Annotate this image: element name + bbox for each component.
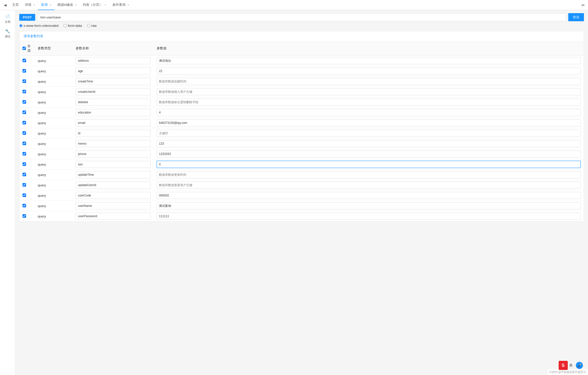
param-name-input-10[interactable] bbox=[76, 161, 151, 168]
sidebar: 📄 文档 🔧 调试 bbox=[0, 10, 15, 375]
bottom-bar-text: CSDN @不知道还该不该学习 bbox=[550, 370, 586, 373]
nav-tab-label-home: 主页 bbox=[12, 3, 19, 7]
table-row: query bbox=[19, 170, 584, 180]
param-value-input-5[interactable] bbox=[157, 109, 581, 116]
nav-tab-close-update-by-id[interactable]: × bbox=[75, 3, 77, 6]
param-value-input-7[interactable] bbox=[157, 130, 581, 137]
row-type-15: query bbox=[35, 211, 73, 222]
param-name-input-1[interactable] bbox=[76, 68, 151, 75]
table-row: query bbox=[19, 118, 584, 128]
param-name-input-6[interactable] bbox=[76, 119, 151, 126]
nav-tab-close-detail[interactable]: × bbox=[33, 3, 35, 6]
table-row: query bbox=[19, 159, 584, 170]
param-name-input-4[interactable] bbox=[76, 99, 151, 106]
param-name-input-5[interactable] bbox=[76, 109, 151, 116]
send-button[interactable]: 发送 bbox=[568, 13, 584, 21]
param-value-input-3[interactable] bbox=[157, 88, 581, 95]
param-value-input-13[interactable] bbox=[157, 192, 581, 199]
row-type-9: query bbox=[35, 149, 73, 159]
row-type-7: query bbox=[35, 128, 73, 139]
nav-tab-update-by-id[interactable]: 根据id修改× bbox=[54, 0, 80, 10]
row-checkbox-14[interactable] bbox=[23, 204, 26, 207]
select-all-checkbox[interactable] bbox=[23, 46, 26, 50]
row-checkbox-13[interactable] bbox=[23, 193, 26, 197]
content-type-group: x-www-form-urlencoded form-data raw bbox=[19, 24, 584, 28]
param-name-input-3[interactable] bbox=[76, 88, 151, 95]
table-row: query bbox=[19, 190, 584, 201]
table-row: query bbox=[19, 107, 584, 118]
row-type-6: query bbox=[35, 118, 73, 128]
param-name-input-2[interactable] bbox=[76, 78, 151, 85]
row-checkbox-7[interactable] bbox=[23, 131, 26, 135]
param-value-input-12[interactable] bbox=[157, 182, 581, 189]
row-checkbox-0[interactable] bbox=[23, 59, 26, 62]
param-name-input-14[interactable] bbox=[76, 202, 151, 209]
nav-tab-home[interactable]: 主页 bbox=[9, 0, 22, 10]
param-name-input-13[interactable] bbox=[76, 192, 151, 199]
nav-tab-detail[interactable]: 详情× bbox=[22, 0, 38, 10]
sougou-text: 英 · bbox=[569, 363, 574, 368]
row-type-3: query bbox=[35, 87, 73, 97]
param-value-input-6[interactable] bbox=[157, 119, 581, 126]
row-checkbox-12[interactable] bbox=[23, 183, 26, 187]
param-value-input-15[interactable] bbox=[157, 213, 581, 220]
request-bar: POST 发送 bbox=[19, 13, 584, 21]
row-checkbox-15[interactable] bbox=[23, 214, 26, 218]
param-name-input-0[interactable] bbox=[76, 57, 151, 64]
param-value-input-10[interactable] bbox=[157, 161, 581, 168]
row-type-0: query bbox=[35, 56, 73, 66]
select-all-label: 全选 bbox=[27, 44, 32, 53]
nav-tab-close-add[interactable]: × bbox=[50, 3, 51, 6]
param-name-input-11[interactable] bbox=[76, 171, 151, 178]
row-checkbox-9[interactable] bbox=[23, 152, 26, 156]
row-checkbox-11[interactable] bbox=[23, 173, 26, 176]
table-row: query bbox=[19, 180, 584, 190]
nav-tab-list-page[interactable]: 列表（分页）× bbox=[80, 0, 109, 10]
main-layout: 📄 文档 🔧 调试 POST 发送 x-www-form-urlencoded … bbox=[0, 10, 588, 375]
param-value-input-14[interactable] bbox=[157, 202, 581, 209]
nav-tab-close-condition-query[interactable]: × bbox=[128, 3, 129, 6]
nav-tab-close-list-page[interactable]: × bbox=[105, 3, 106, 6]
param-value-input-1[interactable] bbox=[157, 68, 581, 75]
param-value-input-11[interactable] bbox=[157, 171, 581, 178]
nav-tab-add[interactable]: 新增× bbox=[38, 0, 54, 10]
nav-expand-icon[interactable]: ≫ bbox=[580, 2, 586, 8]
row-checkbox-3[interactable] bbox=[23, 90, 26, 93]
select-all-container: 全选 bbox=[23, 44, 32, 53]
method-button[interactable]: POST bbox=[19, 14, 35, 21]
nav-back-button[interactable]: ◀ bbox=[2, 2, 8, 8]
content-type-raw[interactable]: raw bbox=[87, 24, 97, 28]
param-name-input-12[interactable] bbox=[76, 182, 151, 189]
row-checkbox-2[interactable] bbox=[23, 79, 26, 83]
nav-tab-label-condition-query: 条件查询 bbox=[112, 3, 126, 7]
row-checkbox-8[interactable] bbox=[23, 142, 26, 145]
sidebar-item-debug[interactable]: 🔧 调试 bbox=[5, 29, 10, 38]
row-checkbox-1[interactable] bbox=[23, 69, 26, 73]
param-value-input-4[interactable] bbox=[157, 99, 581, 106]
bottom-bar: CSDN @不知道还该不该学习 bbox=[548, 369, 588, 375]
row-type-12: query bbox=[35, 180, 73, 190]
param-name-input-8[interactable] bbox=[76, 140, 151, 147]
row-checkbox-10[interactable] bbox=[23, 162, 26, 166]
row-checkbox-4[interactable] bbox=[23, 100, 26, 104]
table-row: query bbox=[19, 211, 584, 222]
param-name-input-9[interactable] bbox=[76, 150, 151, 158]
input-helper-area: S 英 · 🎤 bbox=[559, 361, 583, 370]
row-type-8: query bbox=[35, 139, 73, 149]
row-type-2: query bbox=[35, 76, 73, 87]
sidebar-item-docs[interactable]: 📄 文档 bbox=[5, 14, 10, 24]
content-type-urlencoded[interactable]: x-www-form-urlencoded bbox=[19, 24, 58, 28]
param-name-input-15[interactable] bbox=[76, 213, 151, 220]
param-name-input-7[interactable] bbox=[76, 130, 151, 137]
param-value-input-8[interactable] bbox=[157, 140, 581, 147]
url-input[interactable] bbox=[37, 13, 566, 21]
param-value-input-0[interactable] bbox=[157, 57, 581, 64]
nav-tab-condition-query[interactable]: 条件查询× bbox=[109, 0, 132, 10]
header-value: 参数值 bbox=[154, 41, 584, 56]
row-checkbox-5[interactable] bbox=[23, 111, 26, 114]
param-value-input-9[interactable] bbox=[157, 150, 581, 158]
content-type-form-data[interactable]: form-data bbox=[64, 24, 82, 28]
table-row: query bbox=[19, 87, 584, 97]
param-value-input-2[interactable] bbox=[157, 78, 581, 85]
row-checkbox-6[interactable] bbox=[23, 121, 26, 124]
